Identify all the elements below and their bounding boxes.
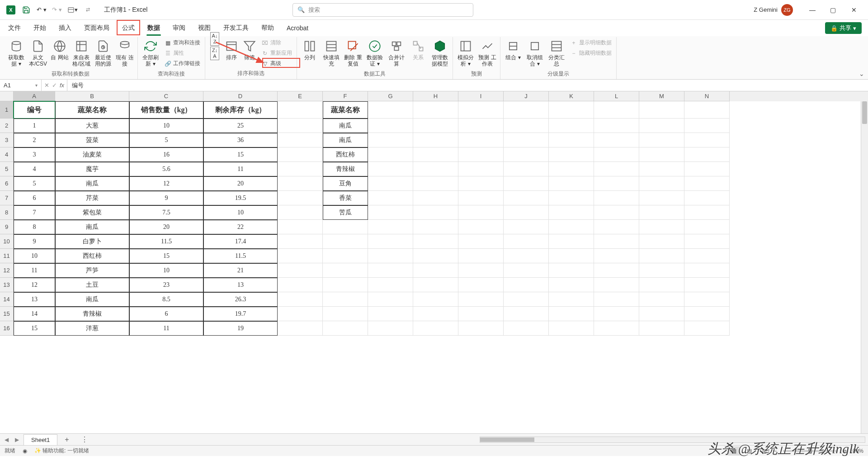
consolidate-button[interactable]: 合并计算: [386, 37, 407, 69]
cell[interactable]: 4: [14, 162, 55, 176]
cell[interactable]: [413, 119, 458, 133]
cell[interactable]: [323, 278, 368, 292]
col-header[interactable]: C: [129, 91, 203, 101]
qat-customize[interactable]: ⇄: [80, 3, 95, 17]
cell[interactable]: 21: [203, 263, 278, 278]
cell[interactable]: [368, 278, 413, 292]
user-account[interactable]: Z Gemini ZG: [754, 4, 793, 16]
cell[interactable]: [278, 119, 323, 133]
sort-az-button[interactable]: A↓ZZ↓A: [207, 37, 222, 55]
cell[interactable]: [458, 307, 504, 321]
cell[interactable]: [458, 133, 504, 147]
cell[interactable]: [639, 147, 684, 162]
cell[interactable]: [594, 191, 639, 205]
cell[interactable]: [458, 321, 504, 336]
excel-app-icon[interactable]: X: [4, 3, 18, 17]
zoom-level[interactable]: 100%: [849, 448, 863, 454]
cell[interactable]: 13: [203, 278, 278, 292]
cell[interactable]: [504, 191, 549, 205]
col-header[interactable]: I: [458, 91, 504, 101]
page-break-button[interactable]: ⊞: [758, 446, 771, 456]
minimize-button[interactable]: —: [802, 3, 823, 17]
search-box[interactable]: 🔍 搜索: [292, 3, 473, 17]
cell[interactable]: 16: [129, 147, 203, 162]
cell[interactable]: [684, 205, 730, 220]
undo-button[interactable]: ↶ ▾: [34, 3, 49, 17]
ribbon-tab-开发工具[interactable]: 开发工具: [217, 20, 255, 36]
cell[interactable]: 南瓜: [55, 292, 129, 307]
ribbon-tab-文件[interactable]: 文件: [2, 20, 27, 36]
cell[interactable]: 6: [14, 191, 55, 205]
data-validation-button[interactable]: 数据验 证 ▾: [364, 37, 386, 69]
col-header[interactable]: K: [549, 91, 594, 101]
cell[interactable]: 西红柿: [323, 147, 368, 162]
cell[interactable]: [639, 119, 684, 133]
redo-button[interactable]: ↷ ▾: [50, 3, 64, 17]
row-header[interactable]: 8: [0, 205, 14, 220]
cell[interactable]: [684, 191, 730, 205]
cell[interactable]: [278, 147, 323, 162]
cell[interactable]: [413, 101, 458, 119]
cell[interactable]: 7.5: [129, 205, 203, 220]
cell[interactable]: [504, 176, 549, 191]
cell[interactable]: 紫包菜: [55, 205, 129, 220]
cell[interactable]: [639, 307, 684, 321]
qat-extra-button[interactable]: ▾: [65, 3, 80, 17]
normal-view-button[interactable]: ▦: [727, 446, 740, 456]
cell[interactable]: [549, 191, 594, 205]
cell[interactable]: [458, 234, 504, 249]
cell[interactable]: [594, 321, 639, 336]
cell[interactable]: 10: [203, 205, 278, 220]
cell[interactable]: [549, 321, 594, 336]
cell[interactable]: [549, 119, 594, 133]
cell[interactable]: [323, 249, 368, 263]
cell[interactable]: [323, 220, 368, 234]
row-header[interactable]: 11: [0, 249, 14, 263]
cell[interactable]: [594, 249, 639, 263]
cell[interactable]: [594, 147, 639, 162]
cell[interactable]: [413, 205, 458, 220]
row-header[interactable]: 5: [0, 162, 14, 176]
macro-record-icon[interactable]: ◉: [23, 448, 27, 454]
cell[interactable]: 13: [14, 292, 55, 307]
text-to-columns-button[interactable]: 分列: [299, 37, 321, 62]
cell[interactable]: 编号: [14, 101, 55, 119]
ribbon-tab-页面布局[interactable]: 页面布局: [78, 20, 116, 36]
cell[interactable]: [504, 321, 549, 336]
save-button[interactable]: [19, 3, 33, 17]
cell[interactable]: [504, 292, 549, 307]
cell[interactable]: 5: [129, 133, 203, 147]
cell[interactable]: [458, 162, 504, 176]
cell[interactable]: 青辣椒: [323, 162, 368, 176]
cell[interactable]: 11.5: [203, 249, 278, 263]
cell[interactable]: [549, 147, 594, 162]
cell[interactable]: [368, 234, 413, 249]
cell[interactable]: [504, 220, 549, 234]
cell[interactable]: [368, 292, 413, 307]
cell[interactable]: [368, 191, 413, 205]
get-data-button[interactable]: 获取数 据 ▾: [5, 37, 27, 69]
cell[interactable]: 10: [14, 249, 55, 263]
cell[interactable]: [684, 220, 730, 234]
cell[interactable]: 大葱: [55, 119, 129, 133]
cell[interactable]: [413, 147, 458, 162]
row-header[interactable]: 10: [0, 234, 14, 249]
cell[interactable]: [278, 205, 323, 220]
row-header[interactable]: 13: [0, 278, 14, 292]
cell[interactable]: [684, 176, 730, 191]
row-header[interactable]: 6: [0, 176, 14, 191]
zoom-slider[interactable]: [783, 450, 837, 452]
relationships-button[interactable]: 关系: [407, 37, 429, 62]
cell[interactable]: 19.7: [203, 307, 278, 321]
cell[interactable]: [639, 133, 684, 147]
cell[interactable]: [549, 307, 594, 321]
cell[interactable]: [639, 278, 684, 292]
col-header[interactable]: G: [368, 91, 413, 101]
cell[interactable]: [458, 278, 504, 292]
cell[interactable]: 魔芋: [55, 162, 129, 176]
cell[interactable]: [413, 249, 458, 263]
cell[interactable]: 剩余库存（kg）: [203, 101, 278, 119]
cell[interactable]: [594, 205, 639, 220]
cell[interactable]: [368, 249, 413, 263]
cell[interactable]: 8.5: [129, 292, 203, 307]
